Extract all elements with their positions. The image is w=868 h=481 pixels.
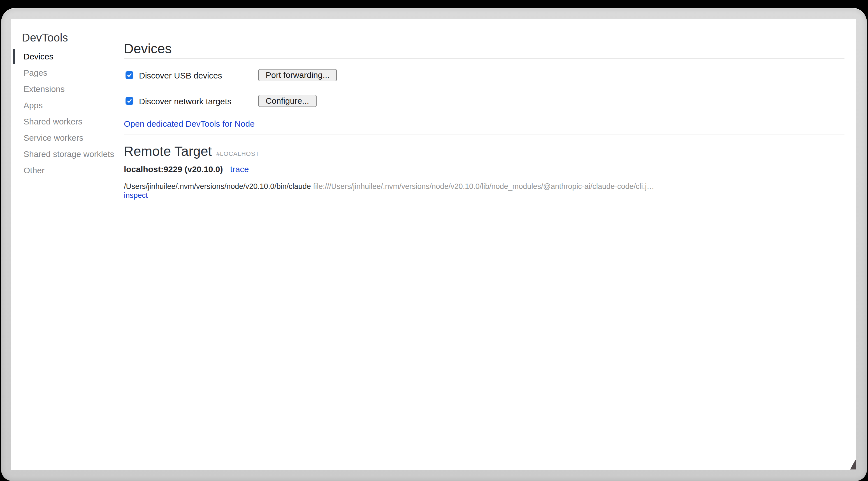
sidebar-item-label: Shared workers: [24, 117, 82, 126]
target-process-path: /Users/jinhuilee/.nvm/versions/node/v20.…: [124, 182, 311, 190]
sidebar-nav: Devices Pages Extensions Apps Shared wor…: [11, 48, 124, 178]
target-url: file:///Users/jinhuilee/.nvm/versions/no…: [313, 182, 654, 190]
localhost-badge: #LOCALHOST: [216, 150, 259, 157]
sidebar-item-label: Service workers: [24, 133, 83, 142]
discover-network-cell: Discover network targets: [124, 96, 258, 106]
sidebar-item-shared-storage-worklets[interactable]: Shared storage worklets: [11, 146, 124, 162]
sidebar-item-label: Other: [24, 166, 44, 175]
sidebar-item-label: Pages: [24, 68, 48, 78]
screenshot-stage: DevTools Devices Pages Extensions Apps: [0, 0, 868, 481]
discover-network-label: Discover network targets: [139, 96, 231, 106]
inspect-link[interactable]: inspect: [124, 191, 148, 200]
sidebar-item-other[interactable]: Other: [11, 162, 124, 178]
check-icon: [127, 72, 132, 78]
selected-indicator: [13, 49, 15, 64]
configure-button[interactable]: Configure...: [258, 95, 316, 107]
sidebar-item-service-workers[interactable]: Service workers: [11, 129, 124, 146]
sidebar-item-extensions[interactable]: Extensions: [11, 81, 124, 97]
sidebar-item-devices[interactable]: Devices: [11, 48, 124, 64]
target-name-row: localhost:9229 (v20.10.0) trace: [124, 164, 844, 174]
check-icon: [127, 98, 132, 104]
target-detail: /Users/jinhuilee/.nvm/versions/node/v20.…: [124, 182, 844, 200]
app-title: DevTools: [11, 31, 124, 44]
window-frame: DevTools Devices Pages Extensions Apps: [1, 8, 867, 481]
header-divider: [124, 58, 844, 59]
trace-link[interactable]: trace: [230, 164, 249, 174]
sidebar-item-pages[interactable]: Pages: [11, 64, 124, 81]
sidebar-item-label: Apps: [24, 100, 42, 110]
discover-network-row: Discover network targets Configure...: [124, 92, 844, 109]
sidebar-item-label: Shared storage worklets: [24, 149, 114, 159]
sidebar-item-label: Extensions: [24, 84, 65, 94]
inspect-line: inspect: [124, 191, 844, 200]
remote-target-heading: Remote Target: [124, 143, 212, 159]
sidebar-item-apps[interactable]: Apps: [11, 97, 124, 113]
devices-panel: Devices Discover USB devices Port forwar…: [124, 19, 856, 470]
discover-usb-cell: Discover USB devices: [124, 70, 258, 80]
discover-usb-row: Discover USB devices Port forwarding...: [124, 67, 844, 84]
section-divider: [124, 134, 844, 135]
target-name: localhost:9229 (v20.10.0): [124, 164, 223, 174]
remote-target-heading-row: Remote Target #LOCALHOST: [124, 143, 844, 159]
target-path-line: /Users/jinhuilee/.nvm/versions/node/v20.…: [124, 182, 844, 191]
discover-usb-label: Discover USB devices: [139, 70, 222, 80]
sidebar-item-label: Devices: [24, 52, 54, 61]
content-area: DevTools Devices Pages Extensions Apps: [11, 19, 856, 470]
node-devtools-row: Open dedicated DevTools for Node: [124, 119, 844, 128]
open-node-devtools-link[interactable]: Open dedicated DevTools for Node: [124, 119, 255, 128]
sidebar: DevTools Devices Pages Extensions Apps: [11, 19, 124, 470]
discover-network-checkbox[interactable]: [126, 97, 133, 105]
port-forwarding-button[interactable]: Port forwarding...: [258, 69, 337, 81]
sidebar-item-shared-workers[interactable]: Shared workers: [11, 113, 124, 129]
page-title: Devices: [124, 40, 844, 57]
discover-usb-checkbox[interactable]: [126, 71, 133, 79]
